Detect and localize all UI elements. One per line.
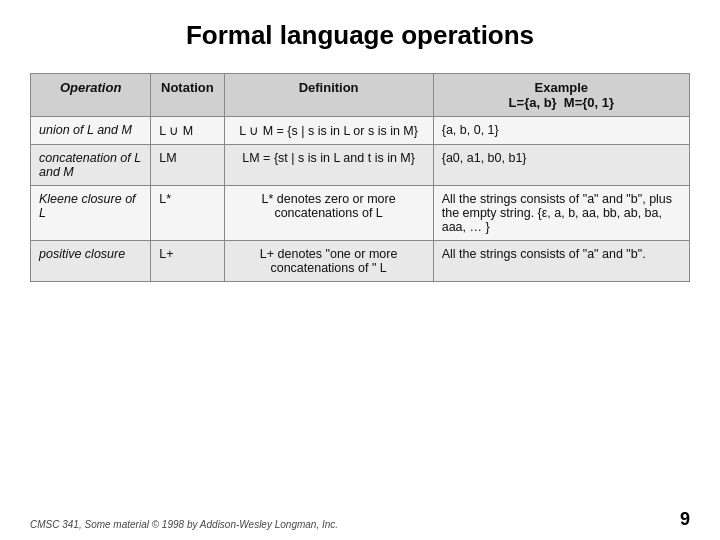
header-example: ExampleL={a, b} M={0, 1} xyxy=(433,74,689,117)
operations-table: Operation Notation Definition ExampleL={… xyxy=(30,73,690,282)
cell-example: All the strings consists of "a" and "b",… xyxy=(433,186,689,241)
footer-citation: CMSC 341, Some material © 1998 by Addiso… xyxy=(30,519,338,530)
cell-operation: concatenation of L and M xyxy=(31,145,151,186)
table-row: positive closureL+L+ denotes "one or mor… xyxy=(31,241,690,282)
cell-definition: L* denotes zero or more concatenations o… xyxy=(224,186,433,241)
cell-example: {a, b, 0, 1} xyxy=(433,117,689,145)
cell-operation: union of L and M xyxy=(31,117,151,145)
header-definition: Definition xyxy=(224,74,433,117)
cell-example: {a0, a1, b0, b1} xyxy=(433,145,689,186)
footer: CMSC 341, Some material © 1998 by Addiso… xyxy=(30,503,690,530)
table-row: union of L and ML ∪ ML ∪ M = {s | s is i… xyxy=(31,117,690,145)
header-operation: Operation xyxy=(31,74,151,117)
cell-notation: L+ xyxy=(151,241,224,282)
footer-page-number: 9 xyxy=(680,509,690,530)
cell-notation: L ∪ M xyxy=(151,117,224,145)
cell-operation: Kleene closure of L xyxy=(31,186,151,241)
cell-definition: L+ denotes "one or more concatenations o… xyxy=(224,241,433,282)
table-row: Kleene closure of LL*L* denotes zero or … xyxy=(31,186,690,241)
cell-definition: L ∪ M = {s | s is in L or s is in M} xyxy=(224,117,433,145)
cell-notation: LM xyxy=(151,145,224,186)
cell-operation: positive closure xyxy=(31,241,151,282)
header-notation: Notation xyxy=(151,74,224,117)
page: Formal language operations Operation Not… xyxy=(0,0,720,540)
cell-definition: LM = {st | s is in L and t is in M} xyxy=(224,145,433,186)
page-title: Formal language operations xyxy=(30,20,690,51)
cell-notation: L* xyxy=(151,186,224,241)
cell-example: All the strings consists of "a" and "b". xyxy=(433,241,689,282)
table-row: concatenation of L and MLMLM = {st | s i… xyxy=(31,145,690,186)
